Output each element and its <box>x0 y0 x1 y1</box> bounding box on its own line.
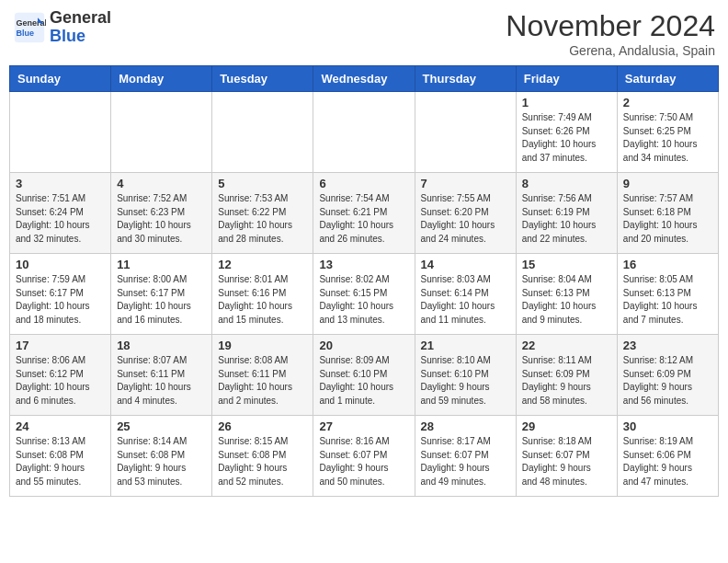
calendar-cell-w2-d1: 11Sunrise: 8:00 AM Sunset: 6:17 PM Dayli… <box>111 254 212 335</box>
day-info: Sunrise: 8:00 AM Sunset: 6:17 PM Dayligh… <box>117 273 206 327</box>
calendar-cell-w0-d6: 2Sunrise: 7:50 AM Sunset: 6:25 PM Daylig… <box>617 92 718 173</box>
location-subtitle: Gerena, Andalusia, Spain <box>506 43 715 58</box>
day-number: 29 <box>522 419 611 433</box>
day-number: 20 <box>319 339 408 352</box>
calendar-cell-w4-d3: 27Sunrise: 8:16 AM Sunset: 6:07 PM Dayli… <box>313 416 415 497</box>
day-info: Sunrise: 8:03 AM Sunset: 6:14 PM Dayligh… <box>421 273 510 327</box>
day-info: Sunrise: 8:12 AM Sunset: 6:09 PM Dayligh… <box>623 354 712 408</box>
calendar-cell-w1-d2: 5Sunrise: 7:53 AM Sunset: 6:22 PM Daylig… <box>212 173 313 254</box>
logo-icon: General Blue <box>13 11 46 44</box>
calendar-cell-w3-d5: 22Sunrise: 8:11 AM Sunset: 6:09 PM Dayli… <box>516 335 617 416</box>
svg-text:Blue: Blue <box>17 29 35 38</box>
calendar-cell-w1-d6: 9Sunrise: 7:57 AM Sunset: 6:18 PM Daylig… <box>617 173 718 254</box>
day-number: 28 <box>421 419 510 433</box>
calendar-cell-w3-d4: 21Sunrise: 8:10 AM Sunset: 6:10 PM Dayli… <box>415 335 516 416</box>
calendar-cell-w2-d4: 14Sunrise: 8:03 AM Sunset: 6:14 PM Dayli… <box>415 254 516 335</box>
day-info: Sunrise: 7:52 AM Sunset: 6:23 PM Dayligh… <box>117 192 206 246</box>
day-info: Sunrise: 8:16 AM Sunset: 6:07 PM Dayligh… <box>319 435 408 488</box>
calendar-cell-w3-d3: 20Sunrise: 8:09 AM Sunset: 6:10 PM Dayli… <box>313 335 415 416</box>
day-info: Sunrise: 8:07 AM Sunset: 6:11 PM Dayligh… <box>117 354 206 408</box>
day-number: 25 <box>117 419 206 433</box>
day-number: 5 <box>218 177 307 190</box>
day-info: Sunrise: 8:14 AM Sunset: 6:08 PM Dayligh… <box>117 435 206 488</box>
weekday-header-monday: Monday <box>111 66 212 92</box>
calendar-cell-w3-d6: 23Sunrise: 8:12 AM Sunset: 6:09 PM Dayli… <box>617 335 718 416</box>
calendar-cell-w4-d6: 30Sunrise: 8:19 AM Sunset: 6:06 PM Dayli… <box>617 416 718 497</box>
calendar-cell-w1-d0: 3Sunrise: 7:51 AM Sunset: 6:24 PM Daylig… <box>10 173 111 254</box>
day-info: Sunrise: 7:56 AM Sunset: 6:19 PM Dayligh… <box>522 192 611 246</box>
day-number: 17 <box>16 339 105 352</box>
day-number: 24 <box>16 419 105 433</box>
calendar-cell-w0-d0 <box>10 92 111 173</box>
weekday-header-friday: Friday <box>516 66 617 92</box>
day-number: 27 <box>319 419 408 433</box>
day-info: Sunrise: 8:08 AM Sunset: 6:11 PM Dayligh… <box>218 354 307 408</box>
day-info: Sunrise: 7:54 AM Sunset: 6:21 PM Dayligh… <box>319 192 408 246</box>
calendar-cell-w1-d5: 8Sunrise: 7:56 AM Sunset: 6:19 PM Daylig… <box>516 173 617 254</box>
day-number: 4 <box>117 177 206 190</box>
logo-text: GeneralBlue <box>50 9 111 46</box>
day-number: 6 <box>319 177 408 190</box>
day-info: Sunrise: 8:06 AM Sunset: 6:12 PM Dayligh… <box>16 354 105 408</box>
day-info: Sunrise: 7:59 AM Sunset: 6:17 PM Dayligh… <box>16 273 105 327</box>
day-number: 21 <box>421 339 510 352</box>
calendar-cell-w4-d1: 25Sunrise: 8:14 AM Sunset: 6:08 PM Dayli… <box>111 416 212 497</box>
day-number: 9 <box>623 177 712 190</box>
calendar-cell-w1-d4: 7Sunrise: 7:55 AM Sunset: 6:20 PM Daylig… <box>415 173 516 254</box>
calendar-table: SundayMondayTuesdayWednesdayThursdayFrid… <box>9 65 719 497</box>
day-info: Sunrise: 8:17 AM Sunset: 6:07 PM Dayligh… <box>421 435 510 488</box>
month-title: November 2024 <box>506 9 715 43</box>
logo: General Blue GeneralBlue <box>13 9 111 46</box>
calendar-cell-w2-d5: 15Sunrise: 8:04 AM Sunset: 6:13 PM Dayli… <box>516 254 617 335</box>
calendar-cell-w4-d0: 24Sunrise: 8:13 AM Sunset: 6:08 PM Dayli… <box>10 416 111 497</box>
day-info: Sunrise: 7:49 AM Sunset: 6:26 PM Dayligh… <box>522 111 611 165</box>
calendar-cell-w3-d1: 18Sunrise: 8:07 AM Sunset: 6:11 PM Dayli… <box>111 335 212 416</box>
day-info: Sunrise: 8:02 AM Sunset: 6:15 PM Dayligh… <box>319 273 408 327</box>
day-info: Sunrise: 8:11 AM Sunset: 6:09 PM Dayligh… <box>522 354 611 408</box>
day-number: 1 <box>522 96 611 109</box>
calendar-cell-w0-d4 <box>415 92 516 173</box>
day-info: Sunrise: 8:13 AM Sunset: 6:08 PM Dayligh… <box>16 435 105 488</box>
day-info: Sunrise: 8:09 AM Sunset: 6:10 PM Dayligh… <box>319 354 408 408</box>
day-info: Sunrise: 8:05 AM Sunset: 6:13 PM Dayligh… <box>623 273 712 327</box>
day-number: 18 <box>117 339 206 352</box>
day-info: Sunrise: 8:15 AM Sunset: 6:08 PM Dayligh… <box>218 435 307 488</box>
day-number: 10 <box>16 258 105 271</box>
calendar-cell-w4-d2: 26Sunrise: 8:15 AM Sunset: 6:08 PM Dayli… <box>212 416 313 497</box>
calendar-cell-w2-d2: 12Sunrise: 8:01 AM Sunset: 6:16 PM Dayli… <box>212 254 313 335</box>
calendar-cell-w2-d3: 13Sunrise: 8:02 AM Sunset: 6:15 PM Dayli… <box>313 254 415 335</box>
calendar-cell-w2-d0: 10Sunrise: 7:59 AM Sunset: 6:17 PM Dayli… <box>10 254 111 335</box>
day-info: Sunrise: 8:04 AM Sunset: 6:13 PM Dayligh… <box>522 273 611 327</box>
day-number: 12 <box>218 258 307 271</box>
day-number: 30 <box>623 419 712 433</box>
weekday-header-sunday: Sunday <box>10 66 111 92</box>
day-info: Sunrise: 7:53 AM Sunset: 6:22 PM Dayligh… <box>218 192 307 246</box>
day-info: Sunrise: 8:18 AM Sunset: 6:07 PM Dayligh… <box>522 435 611 488</box>
day-info: Sunrise: 8:10 AM Sunset: 6:10 PM Dayligh… <box>421 354 510 408</box>
calendar-cell-w2-d6: 16Sunrise: 8:05 AM Sunset: 6:13 PM Dayli… <box>617 254 718 335</box>
calendar-cell-w1-d1: 4Sunrise: 7:52 AM Sunset: 6:23 PM Daylig… <box>111 173 212 254</box>
day-info: Sunrise: 7:57 AM Sunset: 6:18 PM Dayligh… <box>623 192 712 246</box>
day-number: 13 <box>319 258 408 271</box>
weekday-header-tuesday: Tuesday <box>212 66 313 92</box>
calendar-cell-w0-d1 <box>111 92 212 173</box>
calendar-cell-w0-d2 <box>212 92 313 173</box>
day-info: Sunrise: 8:19 AM Sunset: 6:06 PM Dayligh… <box>623 435 712 488</box>
title-block: November 2024 Gerena, Andalusia, Spain <box>506 9 715 58</box>
day-number: 22 <box>522 339 611 352</box>
day-number: 26 <box>218 419 307 433</box>
page-header: General Blue GeneralBlue November 2024 G… <box>9 9 719 58</box>
day-number: 11 <box>117 258 206 271</box>
day-number: 2 <box>623 96 712 109</box>
day-number: 15 <box>522 258 611 271</box>
day-info: Sunrise: 7:51 AM Sunset: 6:24 PM Dayligh… <box>16 192 105 246</box>
calendar-cell-w3-d0: 17Sunrise: 8:06 AM Sunset: 6:12 PM Dayli… <box>10 335 111 416</box>
weekday-header-wednesday: Wednesday <box>313 66 415 92</box>
day-number: 8 <box>522 177 611 190</box>
day-info: Sunrise: 7:55 AM Sunset: 6:20 PM Dayligh… <box>421 192 510 246</box>
calendar-cell-w0-d3 <box>313 92 415 173</box>
weekday-header-saturday: Saturday <box>617 66 718 92</box>
calendar-cell-w3-d2: 19Sunrise: 8:08 AM Sunset: 6:11 PM Dayli… <box>212 335 313 416</box>
day-number: 7 <box>421 177 510 190</box>
day-number: 23 <box>623 339 712 352</box>
